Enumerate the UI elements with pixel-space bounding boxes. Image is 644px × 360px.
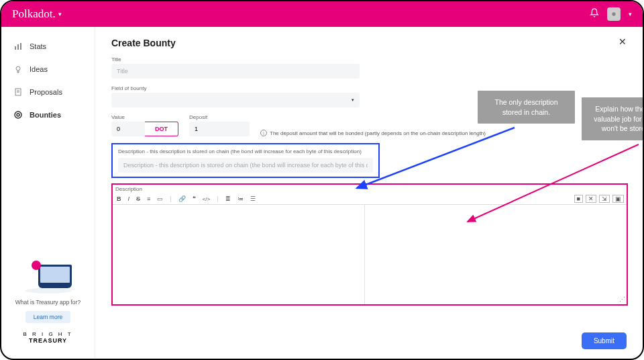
quote-icon[interactable]: ❝ xyxy=(191,195,197,203)
hr-icon[interactable]: ☰ xyxy=(249,195,257,203)
svg-line-11 xyxy=(357,128,515,188)
main-content: Create Bounty ✕ Title Field of bounty ▾ … xyxy=(95,27,643,359)
ul-icon[interactable]: ≣ xyxy=(224,195,232,203)
resize-handle-icon[interactable]: ⋰ xyxy=(619,296,625,303)
ol-icon[interactable]: ≔ xyxy=(236,195,245,203)
chevron-down-icon: ▾ xyxy=(58,11,62,17)
brand-logo[interactable]: Polkadot. ▾ xyxy=(12,7,62,21)
fob-label: Field of bounty xyxy=(111,85,360,91)
sidebar-item-proposals[interactable]: Proposals xyxy=(1,81,95,103)
code-icon[interactable]: </> xyxy=(201,195,212,203)
svg-point-1 xyxy=(612,12,615,15)
bulb-icon xyxy=(13,64,23,74)
avatar[interactable] xyxy=(607,7,621,21)
title-label: Title xyxy=(111,56,360,62)
deposit-label: Deposit xyxy=(189,114,250,120)
info-icon: i xyxy=(260,130,267,136)
value-input[interactable] xyxy=(111,122,145,136)
editor-toolbar: B I S ≡ ▭ | 🔗 ❝ </> | ≣ ≔ ☰ ■ ✕ xyxy=(113,193,627,205)
bounty-icon xyxy=(13,110,23,120)
line-icon[interactable]: ≡ xyxy=(146,195,152,203)
onchain-description-input[interactable] xyxy=(118,158,373,173)
bright-treasury-logo: B R I G H T TREASURY xyxy=(8,331,88,344)
bell-icon[interactable] xyxy=(590,8,599,20)
callout-onchain: The only description stored in chain. xyxy=(478,91,575,124)
separator-icon: | xyxy=(215,195,219,203)
sidebar-item-label: Ideas xyxy=(30,65,48,73)
promo-text: What is Treasury app for? xyxy=(8,299,88,306)
toolbar-right-icon[interactable]: ✕ xyxy=(586,195,596,203)
toolbar-right-icon[interactable]: ⇲ xyxy=(599,195,610,203)
image-icon[interactable]: ▭ xyxy=(156,195,164,203)
sidebar-item-ideas[interactable]: Ideas xyxy=(1,58,95,81)
svg-rect-4 xyxy=(20,43,21,50)
callout-description: Explain how the bounty will be a valuabl… xyxy=(582,97,643,140)
learn-more-button[interactable]: Learn more xyxy=(25,311,70,323)
svg-point-9 xyxy=(15,111,21,118)
svg-point-5 xyxy=(16,66,20,71)
stats-icon xyxy=(13,42,23,51)
sidebar-promo: What is Treasury app for? Learn more B R… xyxy=(1,251,95,351)
brand-text: Polkadot. xyxy=(12,7,56,21)
onchain-description-box: Description - this description is stored… xyxy=(111,143,380,178)
value-unit[interactable]: DOT xyxy=(145,122,178,136)
sidebar: Stats Ideas Proposals Bounties Wh xyxy=(1,27,95,359)
sidebar-item-label: Proposals xyxy=(30,88,62,96)
close-button[interactable]: ✕ xyxy=(619,36,627,47)
page-title: Create Bounty xyxy=(111,38,627,48)
description-label: Description xyxy=(113,185,627,193)
toolbar-right-icon[interactable]: ▣ xyxy=(612,195,624,203)
deposit-input[interactable] xyxy=(189,122,250,136)
description-editor[interactable]: ⋰ xyxy=(113,205,627,304)
sidebar-item-label: Bounties xyxy=(30,111,61,119)
promo-illustration xyxy=(18,258,78,295)
sidebar-item-stats[interactable]: Stats xyxy=(1,35,95,58)
strike-icon[interactable]: S xyxy=(135,195,142,203)
topbar: Polkadot. ▾ ▾ xyxy=(1,1,643,27)
link-icon[interactable]: 🔗 xyxy=(177,195,187,203)
value-label: Value xyxy=(111,114,178,120)
toolbar-right-icon[interactable]: ■ xyxy=(574,195,583,203)
separator-icon: | xyxy=(168,195,172,203)
sidebar-item-bounties[interactable]: Bounties xyxy=(1,103,95,126)
description-box: Description B I S ≡ ▭ | 🔗 ❝ </> | ≣ ≔ ☰ xyxy=(111,183,628,306)
svg-point-10 xyxy=(17,114,19,116)
chevron-down-icon: ▾ xyxy=(352,97,354,103)
italic-icon[interactable]: I xyxy=(127,195,131,203)
bold-icon[interactable]: B xyxy=(115,195,123,203)
sidebar-item-label: Stats xyxy=(30,42,46,50)
svg-rect-2 xyxy=(15,46,16,50)
submit-button[interactable]: Submit xyxy=(582,332,627,349)
document-icon xyxy=(13,87,23,97)
fob-select[interactable] xyxy=(111,93,360,107)
svg-rect-3 xyxy=(17,44,19,50)
chevron-down-icon[interactable]: ▾ xyxy=(629,11,632,17)
deposit-note: i The deposit amount that will be bonded… xyxy=(260,130,486,136)
title-input[interactable] xyxy=(111,64,360,79)
onchain-label: Description - this description is stored… xyxy=(118,148,373,154)
